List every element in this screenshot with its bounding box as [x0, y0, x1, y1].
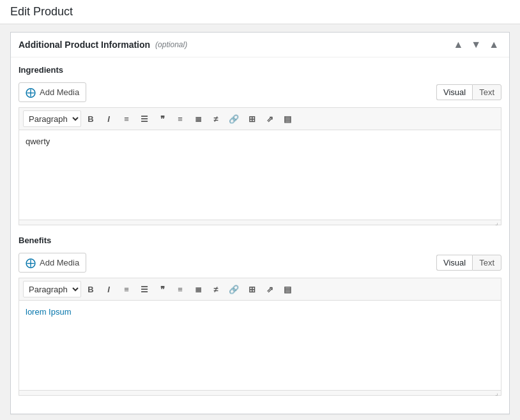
benefits-add-media-icon: ⨁	[26, 257, 36, 269]
ingredients-blockquote-button[interactable]: ❞	[154, 110, 171, 127]
benefits-add-media-label: Add Media	[40, 258, 79, 267]
ingredients-ol-button[interactable]: ☰	[136, 110, 153, 127]
benefits-ol-button[interactable]: ☰	[136, 281, 153, 297]
ingredients-align-left-button[interactable]: ≡	[172, 110, 188, 127]
benefits-ul-button[interactable]: ≡	[118, 281, 135, 297]
benefits-label: Benefits	[19, 236, 501, 245]
metabox-title: Additional Product Information	[19, 40, 150, 50]
benefits-fullscreen-button[interactable]: ⇗	[261, 281, 278, 297]
page-title: Edit Product	[10, 5, 510, 19]
metabox-header-left: Additional Product Information (optional…	[19, 40, 187, 50]
ingredients-visual-tab[interactable]: Visual	[436, 84, 472, 100]
ingredients-view-toggle: Visual Text	[436, 84, 501, 100]
ingredients-ul-button[interactable]: ≡	[118, 110, 135, 127]
ingredients-label: Ingredients	[19, 65, 501, 75]
benefits-kitchen-sink-button[interactable]: ▤	[279, 281, 296, 297]
metabox-controls: ▲ ▼ ▲	[450, 38, 501, 52]
benefits-view-toggle: Visual Text	[436, 255, 501, 271]
ingredients-add-media-label: Add Media	[40, 87, 79, 97]
benefits-table-button[interactable]: ⊞	[243, 281, 260, 297]
metabox-additional-product-info: Additional Product Information (optional…	[10, 32, 510, 414]
benefits-blockquote-button[interactable]: ❞	[154, 281, 171, 297]
ingredients-section: Ingredients ⨁ Add Media Visual Text	[19, 65, 501, 225]
metabox-body: Ingredients ⨁ Add Media Visual Text	[11, 57, 509, 414]
resize-icon: ⌟	[495, 219, 498, 226]
metabox-up-arrow[interactable]: ▲	[450, 38, 466, 52]
ingredients-align-right-button[interactable]: ≠	[208, 110, 224, 127]
ingredients-resize-handle[interactable]: ⌟	[19, 220, 501, 225]
ingredients-text-tab[interactable]: Text	[472, 84, 501, 100]
ingredients-table-button[interactable]: ⊞	[243, 110, 260, 127]
ingredients-format-select[interactable]: Paragraph	[23, 110, 81, 127]
benefits-format-select[interactable]: Paragraph	[23, 281, 81, 297]
benefits-editor: Paragraph B I ≡ ☰ ❞ ≡ ≣ ≠ 🔗 ⊞ ⇗ ▤	[19, 278, 501, 396]
ingredients-fullscreen-button[interactable]: ⇗	[261, 110, 278, 127]
ingredients-add-media-button[interactable]: ⨁ Add Media	[19, 82, 86, 102]
ingredients-content-area[interactable]: qwerty	[19, 130, 501, 220]
ingredients-italic-button[interactable]: I	[100, 110, 117, 127]
benefits-resize-icon: ⌟	[495, 389, 498, 396]
benefits-visual-tab[interactable]: Visual	[436, 255, 472, 271]
ingredients-text: qwerty	[26, 137, 50, 146]
ingredients-bold-button[interactable]: B	[82, 110, 99, 127]
benefits-align-center-button[interactable]: ≣	[190, 281, 206, 297]
benefits-link-button[interactable]: 🔗	[226, 281, 242, 297]
benefits-resize-handle[interactable]: ⌟	[19, 390, 501, 395]
benefits-bold-button[interactable]: B	[82, 281, 99, 297]
benefits-add-media-button[interactable]: ⨁ Add Media	[19, 253, 86, 273]
page-header: Edit Product	[0, 0, 520, 24]
metabox-collapse-arrow[interactable]: ▲	[486, 38, 501, 52]
ingredients-editor-toolbar: Paragraph B I ≡ ☰ ❞ ≡ ≣ ≠ 🔗 ⊞ ⇗ ▤	[19, 108, 501, 130]
ingredients-align-center-button[interactable]: ≣	[190, 110, 206, 127]
benefits-editor-toolbar: Paragraph B I ≡ ☰ ❞ ≡ ≣ ≠ 🔗 ⊞ ⇗ ▤	[19, 278, 501, 301]
benefits-italic-button[interactable]: I	[100, 281, 117, 297]
benefits-content-area[interactable]: lorem Ipsum	[19, 301, 501, 390]
benefits-text-tab[interactable]: Text	[472, 255, 501, 271]
metabox-down-arrow[interactable]: ▼	[468, 38, 484, 52]
add-media-icon: ⨁	[26, 86, 36, 98]
main-content: Additional Product Information (optional…	[0, 24, 520, 420]
ingredients-toolbar-top: ⨁ Add Media Visual Text	[19, 80, 501, 105]
metabox-header[interactable]: Additional Product Information (optional…	[11, 33, 509, 57]
benefits-align-right-button[interactable]: ≠	[208, 281, 224, 297]
benefits-align-left-button[interactable]: ≡	[172, 281, 188, 297]
ingredients-kitchen-sink-button[interactable]: ▤	[279, 110, 296, 127]
benefits-toolbar-top: ⨁ Add Media Visual Text	[19, 250, 501, 275]
ingredients-link-button[interactable]: 🔗	[226, 110, 242, 127]
ingredients-editor: Paragraph B I ≡ ☰ ❞ ≡ ≣ ≠ 🔗 ⊞ ⇗ ▤	[19, 107, 501, 225]
benefits-text: lorem Ipsum	[26, 307, 72, 317]
benefits-section: Benefits ⨁ Add Media Visual Text	[19, 236, 501, 396]
metabox-optional-label: (optional)	[155, 40, 187, 49]
